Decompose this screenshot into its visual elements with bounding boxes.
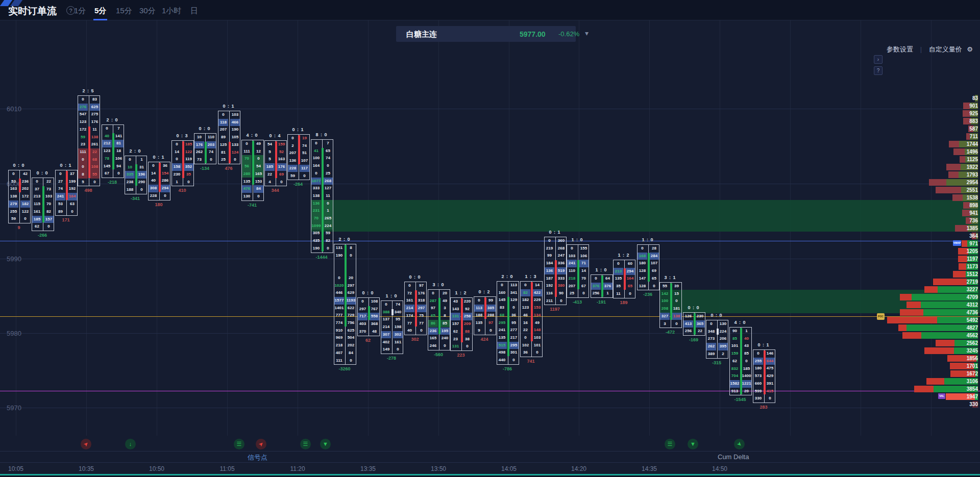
triangle-down-green-signal-icon[interactable]: ▼	[320, 439, 331, 449]
ask-cell: 141	[114, 133, 124, 140]
ask-cell: 159	[277, 141, 286, 148]
poc-marker: POC	[877, 313, 885, 320]
candle-body-line	[112, 133, 114, 170]
ask-cell: 7	[114, 125, 124, 133]
ask-cell: 106	[579, 253, 589, 260]
instrument-selector[interactable]: 白糖主连 5977.00 -0.62% ▾	[396, 26, 576, 42]
gauge-red-signal-icon[interactable]: ➤	[81, 439, 91, 449]
volume-profile-row: 1173	[959, 263, 978, 270]
chevron-down-icon[interactable]: ▾	[585, 29, 589, 37]
bid-cell: 207	[288, 149, 298, 157]
tab-30min[interactable]: 30分	[139, 6, 156, 16]
candle-body-line	[391, 309, 394, 316]
candle-box: 0741651007416400251077268333127138111360…	[311, 139, 333, 253]
bid-cell: 97	[428, 305, 438, 312]
tab-15min[interactable]: 15分	[116, 6, 132, 16]
volume-profile-value: 898	[969, 202, 978, 209]
footprint-chart[interactable]: 601060005990598059700 : 0042532361632021…	[0, 20, 980, 462]
bid-cell: 35	[614, 283, 623, 290]
layers-green-signal-icon[interactable]: ☰	[300, 439, 311, 449]
candle-body-line	[229, 142, 231, 163]
custom-volume-button[interactable]: 自定义量价	[929, 45, 962, 53]
volume-profile-value: 4736	[967, 309, 978, 316]
bid-cell: 0	[125, 156, 135, 164]
delta-footer: 223	[443, 353, 479, 358]
ask-cell: 97	[486, 319, 496, 327]
layers-green-signal-icon[interactable]: ☰	[665, 439, 675, 449]
ask-cell: 0	[323, 162, 333, 170]
bid-cell: 1099	[311, 222, 321, 230]
time-axis-label: 14:35	[634, 465, 665, 472]
gauge-green-signal-icon[interactable]: ➤	[734, 439, 745, 449]
candle-body-line	[740, 328, 742, 394]
ask-cell: 110	[206, 134, 216, 141]
bid-cell: 0	[78, 163, 88, 171]
arrow-down-green-signal-icon[interactable]: ↓	[125, 439, 136, 449]
ask-cell: 301	[509, 349, 519, 357]
ask-cell: 15	[672, 290, 681, 298]
ask-cell: 0	[532, 349, 542, 357]
bid-cell: 0	[311, 140, 321, 147]
imbalance-header: 0 : 1	[280, 127, 316, 132]
ask-cell: 69	[649, 267, 659, 275]
bid-cell: 135	[497, 334, 507, 342]
volume-profile-value: 883	[969, 118, 978, 124]
sell-volume-bar	[936, 340, 954, 346]
bid-cell: 913	[730, 388, 740, 395]
time-axis-label: 14:05	[494, 465, 524, 472]
volume-profile-value: 3245	[967, 347, 978, 354]
ask-cell: 153	[254, 178, 263, 186]
bid-cell: 14	[149, 170, 158, 178]
param-settings-button[interactable]: 参数设置	[887, 45, 913, 53]
bid-cell: 231	[311, 207, 321, 215]
layers-green-glyph: ☰	[668, 439, 673, 449]
bid-cell: 717	[358, 313, 368, 320]
tab-5min[interactable]: 5分	[94, 6, 106, 16]
ask-cell: 756	[346, 319, 356, 327]
volume-profile-value: 1922	[967, 164, 978, 170]
candle-body-line	[764, 350, 766, 394]
triangle-down-green-signal-icon[interactable]: ▼	[688, 439, 698, 449]
bid-cell: 213	[614, 268, 623, 275]
ask-cell: 268	[323, 178, 333, 185]
bid-cell: 62	[451, 328, 460, 336]
bid-cell: 218	[567, 275, 577, 283]
ask-cell: 133	[230, 141, 240, 149]
bid-cell: 262	[194, 148, 204, 156]
bid-cell: 1582	[730, 380, 740, 388]
gauge-red-signal-icon[interactable]: ➤	[256, 439, 266, 449]
bid-cell: 238	[125, 179, 135, 186]
bid-cell: 228	[149, 192, 158, 200]
time-axis[interactable]: 10:0510:3510:5011:0511:2013:3513:5014:05…	[0, 462, 980, 474]
bid-cell: 158	[172, 163, 182, 171]
bid-cell: 280	[242, 170, 252, 178]
expand-button[interactable]: ›	[874, 55, 883, 64]
tab-day[interactable]: 日	[190, 6, 198, 16]
ask-cell: 92	[462, 306, 472, 313]
tab-1min[interactable]: 1分	[74, 6, 86, 16]
panel-help-button[interactable]: ?	[874, 66, 883, 75]
bid-cell: 103	[567, 253, 577, 260]
ask-cell: 74	[300, 142, 309, 150]
bid-cell: 0	[638, 245, 647, 253]
candle-body-line	[601, 275, 603, 297]
ask-cell: 74	[393, 301, 403, 309]
vertical-gridline	[86, 20, 87, 436]
ask-cell: 368	[370, 320, 379, 328]
bid-cell: 115	[32, 200, 42, 208]
bid-cell: 22	[265, 171, 275, 179]
volume-profile-value: 3854	[967, 386, 978, 392]
ask-cell: 69	[277, 171, 286, 179]
ask-cell: 172	[20, 193, 30, 200]
ask-cell: 284	[649, 253, 659, 260]
gear-icon[interactable]: ⚙	[967, 45, 973, 53]
layers-green-signal-icon[interactable]: ☰	[234, 439, 244, 449]
ask-cell: 429	[765, 372, 775, 380]
bid-cell: 241	[497, 327, 507, 334]
bid-cell: 126	[683, 313, 693, 320]
bid-cell: 228	[288, 165, 298, 172]
ask-cell: 70	[44, 200, 54, 208]
tab-1hour[interactable]: 1小时	[162, 6, 181, 16]
bid-cell: 0	[32, 178, 42, 186]
bid-cell: 207	[567, 283, 577, 290]
